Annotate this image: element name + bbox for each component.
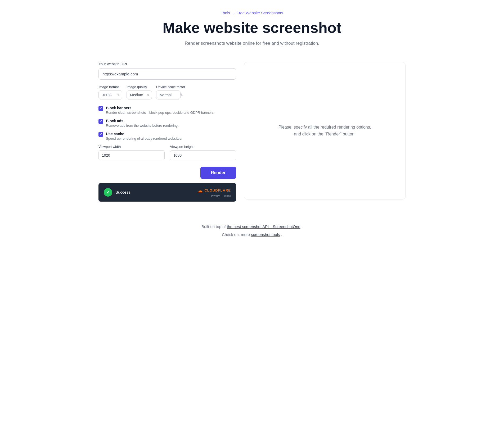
use-cache-desc: Speed up rendering of already rendered w… <box>106 137 182 140</box>
image-quality-label: Image quality <box>127 85 152 89</box>
breadcrumb: Tools → Free Website Screenshots <box>98 11 406 15</box>
cloudflare-cloud-icon: ☁ <box>197 187 203 194</box>
main-content: Your website URL Image format JPEG PNG W… <box>98 62 406 202</box>
footer-line-1: Built on top of the best screenshot API—… <box>98 223 406 231</box>
dropdowns-row: Image format JPEG PNG WEBP Image quality… <box>98 85 236 99</box>
cloudflare-right: ☁ CLOUDFLARE Privacy · Terms <box>197 187 231 197</box>
left-panel: Your website URL Image format JPEG PNG W… <box>98 62 236 202</box>
viewport-width-label: Viewport width <box>98 145 165 149</box>
page-subtitle: Render screenshots website online for fr… <box>98 41 406 46</box>
block-ads-item: Block ads Remove ads from the website be… <box>98 119 236 128</box>
block-ads-text: Block ads Remove ads from the website be… <box>106 119 179 128</box>
use-cache-text: Use cache Speed up rendering of already … <box>106 132 182 140</box>
footer-api-link[interactable]: the best screenshot API—ScreenshotOne <box>227 224 300 229</box>
success-text: Success! <box>115 190 132 194</box>
block-ads-desc: Remove ads from the website before rende… <box>106 124 179 128</box>
image-quality-group: Image quality Low Medium High <box>127 85 152 99</box>
image-format-select[interactable]: JPEG PNG WEBP <box>98 90 122 99</box>
url-form-group: Your website URL <box>98 62 236 80</box>
use-cache-checkbox[interactable] <box>98 132 103 137</box>
cloudflare-links: Privacy · Terms <box>211 194 231 197</box>
block-banners-title: Block banners <box>106 106 214 110</box>
footer-check-prefix: Check out more <box>222 232 251 237</box>
breadcrumb-tools-link[interactable]: Tools <box>221 11 230 15</box>
captcha-bar: ✓ Success! ☁ CLOUDFLARE Privacy · Terms <box>98 183 236 202</box>
preview-empty-text: Please, specify all the required renderi… <box>278 124 371 137</box>
block-banners-item: Block banners Render clean screenshots—b… <box>98 106 236 115</box>
footer-prefix: Built on top of <box>201 224 227 229</box>
breadcrumb-current-link[interactable]: Free Website Screenshots <box>236 11 283 15</box>
viewport-height-input[interactable] <box>170 150 236 160</box>
image-format-wrapper: JPEG PNG WEBP <box>98 90 122 99</box>
footer-suffix: . <box>302 224 303 229</box>
block-banners-desc: Render clean screenshots—block pop-ups, … <box>106 111 214 115</box>
footer-line-2: Check out more screenshot tools . <box>98 231 406 239</box>
success-left: ✓ Success! <box>104 188 132 197</box>
cloudflare-separator: · <box>221 194 222 197</box>
device-scale-select[interactable]: Normal 2x 3x <box>156 90 181 99</box>
footer: Built on top of the best screenshot API—… <box>98 223 406 239</box>
breadcrumb-arrow: → <box>231 11 235 15</box>
viewport-width-input[interactable] <box>98 150 165 160</box>
image-quality-select[interactable]: Low Medium High <box>127 90 152 99</box>
cloudflare-name: CLOUDFLARE <box>204 188 231 192</box>
cloudflare-logo: ☁ CLOUDFLARE <box>197 187 231 194</box>
viewport-width-group: Viewport width <box>98 145 165 160</box>
block-banners-checkbox[interactable] <box>98 106 103 111</box>
cloudflare-terms-link[interactable]: Terms <box>224 194 231 197</box>
render-row: Render <box>98 167 236 179</box>
url-label: Your website URL <box>98 62 236 66</box>
footer-check-suffix: . <box>281 232 282 237</box>
render-button[interactable]: Render <box>200 167 236 179</box>
use-cache-item: Use cache Speed up rendering of already … <box>98 132 236 140</box>
use-cache-title: Use cache <box>106 132 182 136</box>
block-ads-checkbox[interactable] <box>98 119 103 124</box>
url-input[interactable] <box>98 68 236 80</box>
preview-panel: Please, specify all the required renderi… <box>244 62 406 199</box>
device-scale-label: Device scale factor <box>156 85 185 89</box>
viewport-row: Viewport width Viewport height <box>98 145 236 160</box>
page-title: Make website screenshot <box>98 20 406 36</box>
success-icon: ✓ <box>104 188 112 197</box>
block-ads-title: Block ads <box>106 119 179 123</box>
viewport-height-group: Viewport height <box>170 145 236 160</box>
block-banners-text: Block banners Render clean screenshots—b… <box>106 106 214 115</box>
image-format-label: Image format <box>98 85 122 89</box>
image-format-group: Image format JPEG PNG WEBP <box>98 85 122 99</box>
checkbox-group: Block banners Render clean screenshots—b… <box>98 106 236 140</box>
device-scale-group: Device scale factor Normal 2x 3x <box>156 85 185 99</box>
viewport-height-label: Viewport height <box>170 145 236 149</box>
footer-tools-link[interactable]: screenshot tools <box>251 232 280 237</box>
image-quality-wrapper: Low Medium High <box>127 90 152 99</box>
cloudflare-privacy-link[interactable]: Privacy <box>211 194 220 197</box>
device-scale-wrapper: Normal 2x 3x <box>156 90 185 99</box>
